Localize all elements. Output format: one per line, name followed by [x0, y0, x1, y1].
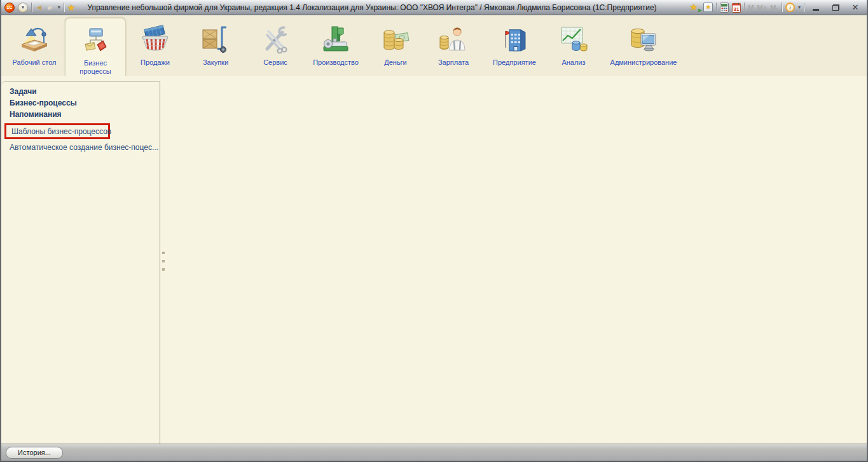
money-icon — [379, 23, 412, 57]
tab-label: Закупки — [203, 58, 228, 67]
sales-icon — [139, 23, 172, 57]
divider — [31, 3, 32, 12]
tab-label: Зарплата — [438, 58, 469, 67]
content-area: Задачи Бизнес-процессы Напоминания Шабло… — [1, 76, 867, 444]
tab-business-processes[interactable]: Бизнес процессы — [65, 18, 126, 76]
star-icon: ★ — [706, 4, 711, 10]
purchases-icon — [199, 23, 232, 57]
divider — [716, 3, 717, 12]
splitter-grip[interactable] — [162, 252, 165, 254]
tab-money[interactable]: Деньги — [368, 18, 424, 76]
history-button[interactable]: История... — [6, 447, 63, 459]
ribbon: Рабочий стол Бизнес процессы Продажи — [1, 15, 867, 76]
open-favorites-button[interactable]: ★ — [703, 3, 713, 12]
tab-label: Бизнес процессы — [73, 59, 118, 76]
tab-salary[interactable]: Зарплата — [424, 18, 483, 76]
ribbon-tabs: Рабочий стол Бизнес процессы Продажи — [4, 15, 685, 76]
nav-item-tasks[interactable]: Задачи — [10, 87, 37, 96]
minimize-button[interactable] — [808, 2, 824, 13]
divider — [64, 3, 64, 12]
info-dropdown-button[interactable]: ▾ — [798, 4, 801, 10]
minimize-icon — [813, 9, 819, 11]
close-button[interactable]: ✕ — [847, 2, 864, 13]
tab-label: Сервис — [263, 58, 287, 67]
statusbar: История... — [1, 444, 867, 461]
tab-label: Предприятие — [493, 58, 536, 67]
svg-text:31: 31 — [734, 6, 740, 11]
main-menu-button[interactable]: ▾ — [18, 3, 28, 13]
tab-administration[interactable]: Администрирование — [602, 18, 685, 76]
back-button[interactable]: ◄ — [35, 3, 43, 11]
titlebar: 1С ▾ ◄ ► ▾ ★ Управление небольшой фирмой… — [1, 0, 867, 15]
tab-enterprise[interactable]: Предприятие — [483, 18, 546, 76]
tab-label: Деньги — [384, 58, 407, 67]
tab-label: Анализ — [561, 58, 585, 67]
app-logo-1c-button[interactable]: 1С — [4, 3, 15, 13]
calculator-button[interactable] — [720, 3, 729, 13]
green-arrow-icon: ➤ — [698, 8, 702, 13]
tab-label: Рабочий стол — [12, 58, 56, 67]
navigation-panel: Задачи Бизнес-процессы Напоминания Шабло… — [1, 81, 160, 444]
close-icon: ✕ — [852, 3, 859, 11]
history-dropdown-button[interactable]: ▾ — [58, 4, 60, 10]
tab-label: Продажи — [141, 58, 170, 67]
add-to-favorites-button[interactable]: ★ ➤ — [689, 3, 700, 13]
calculator-icon — [720, 3, 729, 13]
annotation-highlight-box: Шаблоны бизнес-процессов — [4, 123, 110, 139]
calendar-icon: 31 — [732, 3, 741, 13]
favorites-star-icon[interactable]: ★ — [67, 3, 76, 12]
business-processes-icon — [79, 24, 112, 58]
calc-memory-plus-button[interactable]: M+ — [757, 4, 768, 11]
service-icon — [259, 23, 292, 57]
tab-purchases[interactable]: Закупки — [184, 18, 247, 76]
nav-item-business-process-templates[interactable]: Шаблоны бизнес-процессов — [11, 127, 111, 136]
divider — [804, 3, 804, 12]
salary-icon — [437, 23, 470, 57]
enterprise-icon — [498, 23, 531, 57]
divider — [744, 3, 745, 12]
analysis-icon — [557, 23, 590, 57]
star-icon: ★ — [689, 3, 698, 11]
tab-desktop[interactable]: Рабочий стол — [4, 18, 65, 76]
tab-service[interactable]: Сервис — [247, 18, 304, 76]
restore-button[interactable] — [827, 2, 844, 13]
splitter-grip[interactable] — [162, 260, 165, 262]
calendar-button[interactable]: 31 — [732, 3, 741, 13]
nav-item-auto-create-business-processes[interactable]: Автоматическое создание бизнес-поцес... — [10, 143, 158, 152]
nav-item-business-processes[interactable]: Бизнес-процессы — [10, 99, 77, 107]
calc-memory-minus-button[interactable]: M- — [770, 4, 778, 11]
forward-button[interactable]: ► — [46, 3, 55, 11]
administration-icon — [627, 23, 660, 57]
app-window: 1С ▾ ◄ ► ▾ ★ Управление небольшой фирмой… — [0, 0, 868, 462]
window-title: Управление небольшой фирмой для Украины,… — [87, 3, 686, 12]
tab-label: Производство — [313, 58, 359, 67]
restore-icon — [832, 4, 839, 11]
divider — [782, 3, 782, 12]
production-icon — [319, 23, 352, 57]
tab-analysis[interactable]: Анализ — [546, 18, 602, 76]
tab-label: Администрирование — [610, 58, 677, 67]
tab-production[interactable]: Производство — [304, 18, 368, 76]
splitter-grip[interactable] — [162, 268, 165, 271]
desktop-icon — [18, 23, 51, 57]
calc-memory-recall-button[interactable]: M — [748, 4, 754, 11]
info-button[interactable]: i — [785, 3, 795, 12]
tab-sales[interactable]: Продажи — [126, 18, 184, 76]
nav-item-reminders[interactable]: Напоминания — [10, 110, 62, 119]
